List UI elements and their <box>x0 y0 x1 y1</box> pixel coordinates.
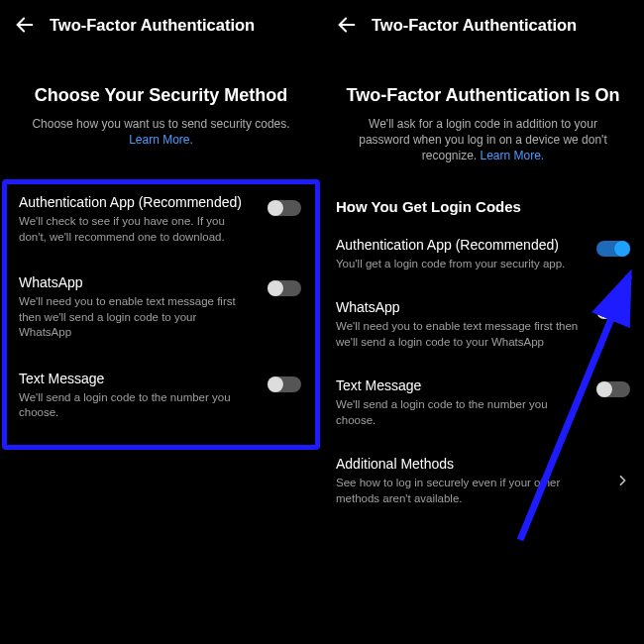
chevron-right-icon <box>618 472 628 482</box>
learn-more-link[interactable]: Learn More. <box>481 149 545 162</box>
screen-left: Two-Factor Authentication Choose Your Se… <box>0 0 322 644</box>
section-title: Two-Factor Authentication Is On <box>322 85 644 106</box>
option-text-message[interactable]: Text Message We'll send a login code to … <box>322 368 644 446</box>
highlight-box: Authentication App (Recommended) We'll c… <box>2 179 320 450</box>
section-subtitle: We'll ask for a login code in addition t… <box>322 116 644 164</box>
option-title: Text Message <box>336 377 630 393</box>
option-subtitle: We'll need you to enable text message fi… <box>336 319 630 350</box>
option-subtitle: See how to log in securely even if your … <box>336 476 630 506</box>
toggle-knob <box>614 241 630 257</box>
option-text-message[interactable]: Text Message We'll send a login code to … <box>7 363 315 443</box>
option-title: WhatsApp <box>19 274 303 290</box>
section-subtitle-text: Choose how you want us to send security … <box>32 117 289 131</box>
learn-more-link[interactable]: Learn More. <box>129 133 193 147</box>
toggle-knob <box>596 303 612 319</box>
screen-right: Two-Factor Authentication Two-Factor Aut… <box>322 0 644 644</box>
header: Two-Factor Authentication <box>322 0 644 50</box>
toggle-knob <box>268 376 283 392</box>
option-title: Additional Methods <box>336 456 630 472</box>
option-auth-app[interactable]: Authentication App (Recommended) You'll … <box>322 227 644 290</box>
option-subtitle: We'll send a login code to the number yo… <box>336 397 630 428</box>
page-title: Two-Factor Authentication <box>50 16 255 35</box>
toggle-whatsapp[interactable] <box>596 303 630 319</box>
option-subtitle: We'll send a login code to the number yo… <box>19 390 303 421</box>
option-title: Authentication App (Recommended) <box>336 237 630 253</box>
toggle-knob <box>268 280 283 296</box>
toggle-auth-app[interactable] <box>268 200 301 216</box>
back-arrow-icon[interactable] <box>336 14 358 36</box>
option-whatsapp[interactable]: WhatsApp We'll need you to enable text m… <box>7 267 315 363</box>
option-additional-methods[interactable]: Additional Methods See how to log in sec… <box>322 446 644 524</box>
option-auth-app[interactable]: Authentication App (Recommended) We'll c… <box>7 186 315 267</box>
option-title: WhatsApp <box>336 299 630 315</box>
page-title: Two-Factor Authentication <box>372 16 577 35</box>
toggle-whatsapp[interactable] <box>268 280 301 296</box>
options-group: Authentication App (Recommended) You'll … <box>322 227 644 525</box>
section-title: Choose Your Security Method <box>0 85 322 106</box>
option-title: Text Message <box>19 371 303 386</box>
toggle-text-message[interactable] <box>268 376 301 392</box>
option-whatsapp[interactable]: WhatsApp We'll need you to enable text m… <box>322 289 644 368</box>
toggle-text-message[interactable] <box>596 381 630 397</box>
section-subtitle: Choose how you want us to send security … <box>0 116 322 148</box>
toggle-knob <box>596 381 612 397</box>
option-title: Authentication App (Recommended) <box>19 194 303 210</box>
toggle-auth-app[interactable] <box>596 241 630 257</box>
toggle-knob <box>268 200 283 216</box>
back-arrow-icon[interactable] <box>14 14 36 36</box>
header: Two-Factor Authentication <box>0 0 322 50</box>
codes-heading: How You Get Login Codes <box>322 198 644 215</box>
option-subtitle: We'll need you to enable text message fi… <box>19 294 303 341</box>
canvas: Two-Factor Authentication Choose Your Se… <box>0 0 644 644</box>
option-subtitle: We'll check to see if you have one. If y… <box>19 214 303 245</box>
option-subtitle: You'll get a login code from your securi… <box>336 257 630 272</box>
